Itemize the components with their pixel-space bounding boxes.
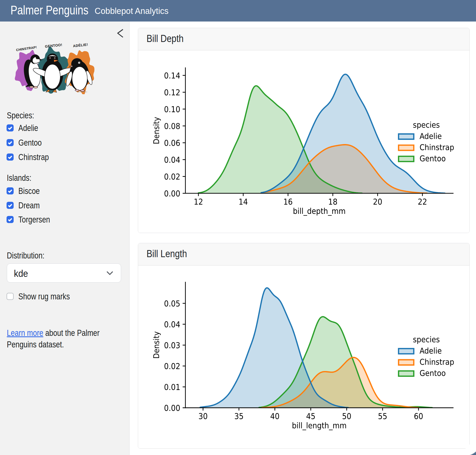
svg-text:GENTOO!: GENTOO! (45, 43, 62, 49)
svg-text:@allison_horst: @allison_horst (78, 91, 87, 93)
svg-text:ADÉLIE!: ADÉLIE! (73, 43, 88, 48)
svg-text:CHINSTRAP!: CHINSTRAP! (16, 45, 37, 52)
